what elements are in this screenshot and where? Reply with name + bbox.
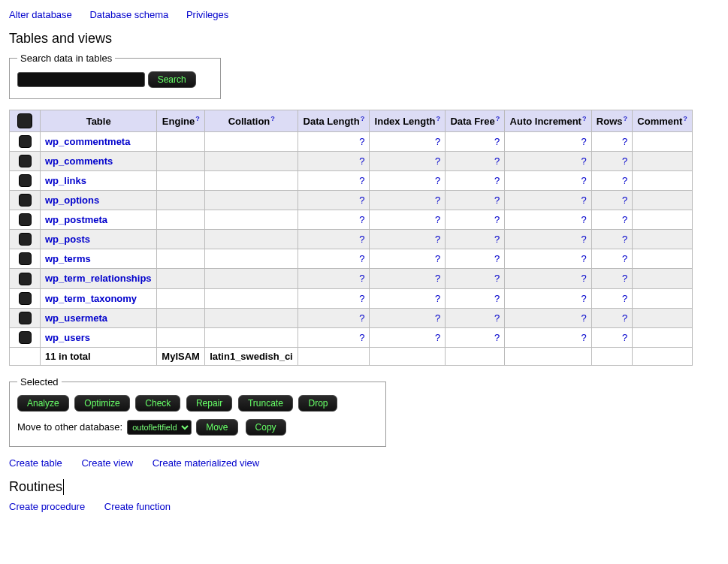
table-name-link[interactable]: wp_commentmeta	[45, 136, 130, 147]
col-rows[interactable]: Rows	[597, 116, 623, 127]
help-icon[interactable]: ?	[195, 115, 200, 122]
col-data-free[interactable]: Data Free	[450, 116, 494, 127]
select-all-checkbox[interactable]	[17, 113, 32, 128]
privileges-link[interactable]: Privileges	[186, 9, 228, 20]
data-length-link[interactable]: ?	[359, 175, 364, 186]
database-schema-link[interactable]: Database schema	[89, 9, 168, 20]
create-function-link[interactable]: Create function	[104, 501, 171, 512]
auto-increment-link[interactable]: ?	[581, 214, 586, 225]
table-name-link[interactable]: wp_term_taxonomy	[45, 293, 137, 304]
help-icon[interactable]: ?	[436, 115, 440, 122]
rows-link[interactable]: ?	[622, 312, 627, 324]
drop-button[interactable]: Drop	[298, 395, 337, 412]
create-materialized-view-link[interactable]: Create materialized view	[153, 457, 259, 469]
row-checkbox[interactable]	[19, 312, 32, 324]
copy-button[interactable]: Copy	[246, 419, 286, 436]
search-button[interactable]: Search	[148, 71, 196, 88]
index-length-link[interactable]: ?	[435, 332, 440, 343]
auto-increment-link[interactable]: ?	[581, 234, 586, 245]
data-free-link[interactable]: ?	[494, 214, 500, 225]
create-view-link[interactable]: Create view	[81, 457, 133, 469]
row-checkbox[interactable]	[19, 174, 32, 187]
data-length-link[interactable]: ?	[359, 155, 364, 167]
table-name-link[interactable]: wp_usermeta	[45, 312, 107, 324]
table-name-link[interactable]: wp_posts	[45, 234, 90, 245]
optimize-button[interactable]: Optimize	[74, 395, 129, 412]
data-length-link[interactable]: ?	[359, 234, 364, 245]
table-name-link[interactable]: wp_users	[45, 332, 90, 343]
data-free-link[interactable]: ?	[494, 155, 500, 167]
help-icon[interactable]: ?	[496, 115, 500, 122]
auto-increment-link[interactable]: ?	[581, 273, 586, 284]
auto-increment-link[interactable]: ?	[581, 175, 586, 186]
table-name-link[interactable]: wp_term_relationships	[45, 273, 152, 284]
auto-increment-link[interactable]: ?	[581, 136, 586, 147]
create-table-link[interactable]: Create table	[9, 457, 62, 469]
rows-link[interactable]: ?	[622, 175, 627, 186]
row-checkbox[interactable]	[19, 155, 32, 167]
index-length-link[interactable]: ?	[435, 155, 440, 167]
row-checkbox[interactable]	[19, 233, 32, 246]
data-free-link[interactable]: ?	[494, 312, 500, 324]
alter-database-link[interactable]: Alter database	[9, 9, 72, 20]
data-free-link[interactable]: ?	[494, 273, 500, 284]
rows-link[interactable]: ?	[622, 273, 627, 284]
col-data-length[interactable]: Data Length	[304, 116, 360, 127]
col-index-length[interactable]: Index Length	[375, 116, 436, 127]
help-icon[interactable]: ?	[683, 115, 687, 122]
data-length-link[interactable]: ?	[359, 253, 364, 264]
data-free-link[interactable]: ?	[494, 332, 500, 343]
help-icon[interactable]: ?	[582, 115, 587, 122]
truncate-button[interactable]: Truncate	[238, 395, 293, 412]
col-comment[interactable]: Comment	[637, 116, 682, 127]
row-checkbox[interactable]	[19, 252, 32, 265]
data-length-link[interactable]: ?	[359, 195, 364, 206]
rows-link[interactable]: ?	[622, 214, 627, 225]
auto-increment-link[interactable]: ?	[581, 195, 586, 206]
index-length-link[interactable]: ?	[435, 312, 440, 324]
help-icon[interactable]: ?	[361, 115, 365, 122]
target-database-select[interactable]: outofleftfield	[127, 420, 192, 435]
data-free-link[interactable]: ?	[494, 175, 500, 186]
help-icon[interactable]: ?	[270, 115, 275, 122]
data-free-link[interactable]: ?	[494, 136, 500, 147]
index-length-link[interactable]: ?	[435, 175, 440, 186]
index-length-link[interactable]: ?	[435, 293, 440, 304]
col-engine[interactable]: Engine	[162, 116, 195, 127]
data-free-link[interactable]: ?	[494, 293, 500, 304]
row-checkbox[interactable]	[19, 331, 32, 344]
row-checkbox[interactable]	[19, 213, 32, 226]
auto-increment-link[interactable]: ?	[581, 155, 586, 167]
row-checkbox[interactable]	[19, 292, 32, 305]
data-length-link[interactable]: ?	[359, 332, 364, 343]
data-free-link[interactable]: ?	[494, 253, 500, 264]
rows-link[interactable]: ?	[622, 293, 627, 304]
index-length-link[interactable]: ?	[435, 136, 440, 147]
table-name-link[interactable]: wp_comments	[45, 155, 113, 167]
data-free-link[interactable]: ?	[494, 234, 500, 245]
rows-link[interactable]: ?	[622, 253, 627, 264]
index-length-link[interactable]: ?	[435, 234, 440, 245]
data-length-link[interactable]: ?	[359, 136, 364, 147]
rows-link[interactable]: ?	[622, 195, 627, 206]
col-collation[interactable]: Collation	[228, 116, 270, 127]
rows-link[interactable]: ?	[622, 136, 627, 147]
auto-increment-link[interactable]: ?	[581, 312, 586, 324]
index-length-link[interactable]: ?	[435, 214, 440, 225]
rows-link[interactable]: ?	[622, 332, 627, 343]
index-length-link[interactable]: ?	[435, 253, 440, 264]
auto-increment-link[interactable]: ?	[581, 332, 586, 343]
data-length-link[interactable]: ?	[359, 273, 364, 284]
move-button[interactable]: Move	[196, 419, 237, 436]
table-name-link[interactable]: wp_postmeta	[45, 214, 107, 225]
rows-link[interactable]: ?	[622, 234, 627, 245]
row-checkbox[interactable]	[19, 194, 32, 207]
data-length-link[interactable]: ?	[359, 312, 364, 324]
table-name-link[interactable]: wp_terms	[45, 253, 91, 264]
search-input[interactable]	[17, 72, 145, 87]
repair-button[interactable]: Repair	[186, 395, 232, 412]
data-free-link[interactable]: ?	[494, 195, 500, 206]
index-length-link[interactable]: ?	[435, 195, 440, 206]
table-name-link[interactable]: wp_options	[45, 195, 99, 206]
row-checkbox[interactable]	[19, 135, 32, 148]
